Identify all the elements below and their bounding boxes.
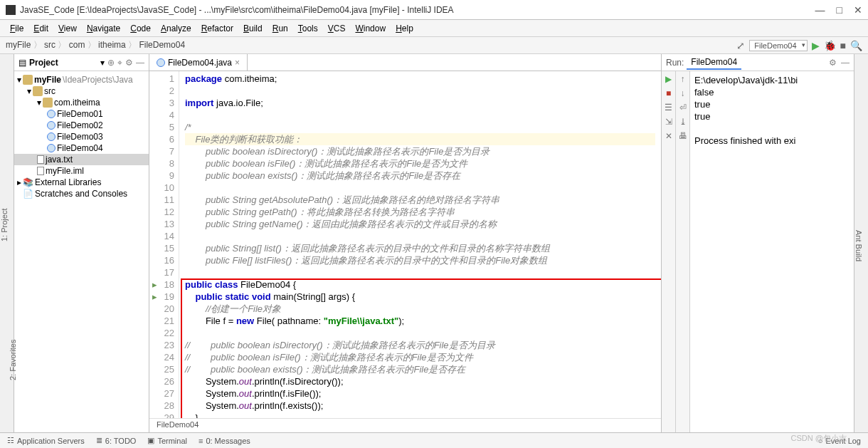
code-line[interactable]: public boolean isDirectory()：测试此抽象路径名表示的… <box>185 145 655 157</box>
code-line[interactable] <box>185 230 655 242</box>
code-line[interactable] <box>185 109 655 121</box>
run-icon[interactable]: ▶ <box>812 40 820 51</box>
code-line[interactable] <box>185 182 655 194</box>
close-run-icon[interactable]: ✕ <box>665 131 672 141</box>
code-line[interactable]: File f = new File( pathname: "myFile\\ja… <box>185 315 655 327</box>
menu-view[interactable]: View <box>54 22 81 35</box>
external-libraries[interactable]: ▸📚External Libraries <box>14 177 149 188</box>
close-tab-icon[interactable]: × <box>235 58 240 68</box>
code-line[interactable]: public boolean exists()：测试此抽象路径名表示的File是… <box>185 170 655 182</box>
code-line[interactable]: public class FileDemo04 { <box>185 278 655 291</box>
layout-icon[interactable]: ☰ <box>665 103 672 113</box>
tab-ant[interactable]: Ant Build <box>854 60 863 432</box>
tab-favorites[interactable]: 2: Favorites <box>9 288 17 432</box>
tree-item-myFile-iml[interactable]: myFile.iml <box>14 165 149 177</box>
run-config-dropdown[interactable]: FileDemo04 <box>749 40 807 51</box>
run-toolbar-2: ↑ ↓ ⏎ ⤓ 🖶 <box>676 71 690 432</box>
tree-item-FileDemo02[interactable]: FileDemo02 <box>14 120 149 131</box>
code-line[interactable]: System.out.println(f.exists()); <box>185 400 655 412</box>
tab-terminal[interactable]: ▣ Terminal <box>147 436 187 445</box>
tree-item-com-itheima[interactable]: ▾com.itheima <box>14 97 149 108</box>
menu-code[interactable]: Code <box>126 22 155 35</box>
code-line[interactable]: public String[] list()：返回此抽象路径名表示的目录中的文件… <box>185 242 655 254</box>
tree-item-FileDemo04[interactable]: FileDemo04 <box>14 142 149 154</box>
pin-icon[interactable]: ⇲ <box>665 117 672 127</box>
tree-item-src[interactable]: ▾src <box>14 85 149 97</box>
menu-analyze[interactable]: Analyze <box>157 22 196 35</box>
editor-breadcrumb[interactable]: FileDemo04 <box>149 418 661 432</box>
tab-messages[interactable]: ≡ 0: Messages <box>199 437 250 445</box>
code-line[interactable]: public String getPath()：将此抽象路径名转换为路径名字符串 <box>185 206 655 218</box>
breadcrumb-item[interactable]: itheima <box>96 40 126 50</box>
breadcrumb-item[interactable]: src <box>42 40 55 50</box>
tree-item-FileDemo03[interactable]: FileDemo03 <box>14 131 149 142</box>
editor-tab[interactable]: FileDemo04.java × <box>149 54 248 71</box>
settings-icon[interactable]: ⚙ <box>125 58 133 68</box>
close-button[interactable]: ✕ <box>854 4 862 16</box>
run-hide-icon[interactable]: — <box>841 58 850 68</box>
breadcrumb-item[interactable]: myFile <box>6 40 31 50</box>
minimize-button[interactable]: — <box>815 4 825 16</box>
code-area[interactable]: package com.itheima; import java.io.File… <box>179 71 661 418</box>
code-line[interactable]: } <box>185 412 655 418</box>
code-line[interactable]: // public boolean isDirectory()：测试此抽象路径名… <box>185 339 655 351</box>
stop-run-icon[interactable]: ■ <box>666 88 671 98</box>
menu-vcs[interactable]: VCS <box>324 22 350 35</box>
code-line[interactable]: System.out.println(f.isFile()); <box>185 387 655 400</box>
console-output[interactable]: E:\develop\Java\jdk-11\bifalsetruetrue P… <box>690 71 854 432</box>
up-icon[interactable]: ↑ <box>681 74 685 84</box>
down-icon[interactable]: ↓ <box>681 88 685 98</box>
wrap-icon[interactable]: ⏎ <box>679 103 687 113</box>
collapse-icon[interactable]: ⊕ <box>107 58 115 68</box>
scroll-icon[interactable]: ⤓ <box>679 117 687 127</box>
tab-project[interactable]: 1: Project <box>0 60 9 390</box>
stop-icon[interactable]: ■ <box>840 40 846 51</box>
breadcrumb-item[interactable]: com <box>66 40 85 50</box>
code-line[interactable]: //创建一个File对象 <box>185 303 655 315</box>
menu-navigate[interactable]: Navigate <box>83 22 125 35</box>
code-line[interactable] <box>185 266 655 278</box>
scratches-consoles[interactable]: 📄Scratches and Consoles <box>14 188 149 199</box>
tab-app-servers[interactable]: ☷ Application Servers <box>7 436 85 445</box>
navigation-bar: myFile 〉 src 〉 com 〉 itheima 〉 FileDemo0… <box>0 37 868 54</box>
code-line[interactable]: public boolean isFile()：测试此抽象路径名表示的File是… <box>185 157 655 170</box>
rerun-icon[interactable]: ▶ <box>665 74 672 84</box>
run-settings-icon[interactable]: ⚙ <box>829 58 837 68</box>
tree-item-FileDemo01[interactable]: FileDemo01 <box>14 108 149 120</box>
menu-refactor[interactable]: Refactor <box>197 22 238 35</box>
menu-run[interactable]: Run <box>268 22 292 35</box>
code-line[interactable]: // public boolean isFile()：测试此抽象路径名表示的Fi… <box>185 351 655 363</box>
menu-tools[interactable]: Tools <box>294 22 322 35</box>
maximize-button[interactable]: □ <box>837 4 842 16</box>
code-line[interactable]: public String getName()：返回由此抽象路径名表示的文件或目… <box>185 218 655 230</box>
menu-file[interactable]: File <box>6 22 28 35</box>
code-line[interactable]: package com.itheima; <box>185 73 655 85</box>
tree-item-java-txt[interactable]: java.txt <box>14 154 149 165</box>
menu-window[interactable]: Window <box>351 22 390 35</box>
tree-root[interactable]: ▾ myFile \IdeaProjects\Java <box>14 74 149 85</box>
code-line[interactable]: System.out.println(f.isDirectory()); <box>185 375 655 387</box>
hide-icon[interactable]: — <box>136 58 144 68</box>
code-line[interactable]: public static void main(String[] args) { <box>185 291 655 303</box>
print-icon[interactable]: 🖶 <box>679 131 687 141</box>
editor-body[interactable]: 1234567891011121314151617181920212223242… <box>149 71 661 418</box>
menu-edit[interactable]: Edit <box>29 22 53 35</box>
menu-help[interactable]: Help <box>391 22 418 35</box>
code-line[interactable]: /* <box>185 121 655 133</box>
debug-icon[interactable]: 🐞 <box>824 40 836 51</box>
code-line[interactable]: public String getAbsolutePath()：返回此抽象路径名… <box>185 194 655 206</box>
code-line[interactable] <box>185 327 655 339</box>
tab-todo[interactable]: ≣ 6: TODO <box>96 436 137 445</box>
code-line[interactable]: File类的判断和获取功能： <box>185 133 655 145</box>
build-icon[interactable]: ⤢ <box>736 40 745 51</box>
menu-build[interactable]: Build <box>239 22 267 35</box>
code-line[interactable]: import java.io.File; <box>185 97 655 109</box>
code-line[interactable] <box>185 85 655 97</box>
search-icon[interactable]: 🔍 <box>850 40 862 51</box>
select-opened-icon[interactable]: ⌖ <box>117 58 122 68</box>
code-line[interactable]: // public boolean exists()：测试此抽象路径名表示的Fi… <box>185 363 655 375</box>
project-title: Project <box>29 58 97 68</box>
breadcrumb-item[interactable]: FileDemo04 <box>137 40 185 50</box>
run-tab[interactable]: FileDemo04 <box>687 56 741 70</box>
code-line[interactable]: public File[] listFiles()：返回此抽象路径名表示的目录中… <box>185 254 655 266</box>
